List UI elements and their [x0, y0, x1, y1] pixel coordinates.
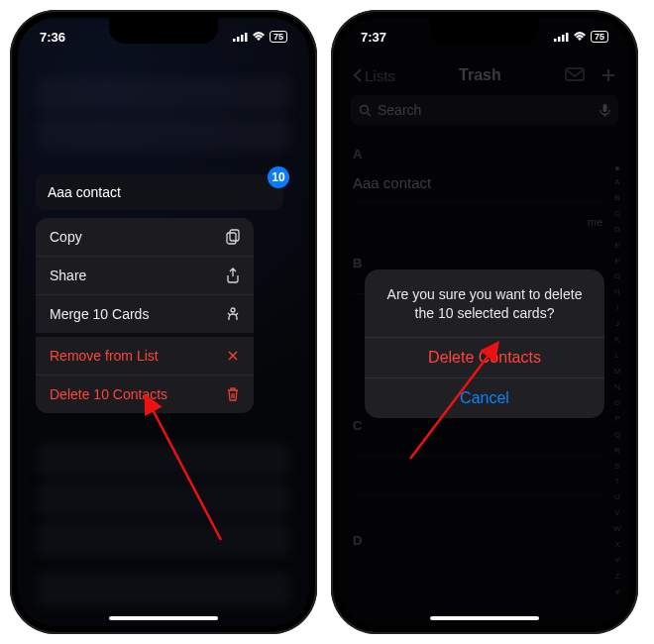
- menu-share[interactable]: Share: [36, 256, 254, 294]
- home-indicator[interactable]: [109, 616, 218, 620]
- menu-share-label: Share: [50, 268, 86, 283]
- screen-right: 7:37 75 Lists Trash Search A: [339, 18, 630, 626]
- svg-rect-9: [562, 35, 565, 42]
- selected-contact-label: Aaa contact: [48, 184, 121, 200]
- status-icons: 75: [554, 31, 608, 43]
- blur-row: [38, 117, 289, 151]
- svg-rect-8: [558, 37, 561, 42]
- menu-remove-label: Remove from List: [50, 348, 159, 364]
- blur-row: [38, 523, 289, 557]
- status-time: 7:36: [40, 30, 65, 45]
- alert-delete-button[interactable]: Delete Contacts: [365, 337, 604, 377]
- phone-left: 7:36 75 Aaa contact 10 Copy Share: [10, 10, 317, 634]
- trash-icon: [226, 386, 240, 402]
- signal-icon: [233, 32, 248, 42]
- svg-rect-0: [233, 39, 236, 42]
- signal-icon: [554, 32, 569, 42]
- menu-remove-from-list[interactable]: Remove from List: [36, 333, 254, 375]
- alert-cancel-button[interactable]: Cancel: [365, 377, 604, 418]
- menu-delete-contacts[interactable]: Delete 10 Contacts: [36, 375, 254, 413]
- blur-row: [38, 77, 289, 111]
- wifi-icon: [573, 32, 587, 42]
- blur-row: [38, 573, 289, 606]
- selected-contact-pill[interactable]: Aaa contact 10: [36, 174, 283, 210]
- x-icon: [226, 349, 240, 363]
- delete-confirm-alert: Are you sure you want to delete the 10 s…: [365, 269, 604, 418]
- alert-title: Are you sure you want to delete the 10 s…: [365, 269, 604, 337]
- wifi-icon: [252, 32, 266, 42]
- svg-rect-5: [227, 233, 236, 244]
- menu-copy-label: Copy: [50, 229, 82, 245]
- svg-rect-2: [241, 35, 244, 42]
- menu-copy[interactable]: Copy: [36, 218, 254, 256]
- context-menu: Copy Share Merge 10 Cards Remove from Li…: [36, 218, 254, 413]
- share-icon: [226, 268, 240, 283]
- notch: [109, 18, 218, 44]
- status-icons: 75: [233, 31, 287, 43]
- svg-rect-7: [554, 39, 557, 42]
- blur-row: [38, 483, 289, 517]
- phone-right: 7:37 75 Lists Trash Search A: [331, 10, 638, 634]
- battery-percent: 75: [270, 31, 287, 43]
- battery-percent: 75: [591, 31, 608, 43]
- svg-rect-3: [245, 33, 248, 42]
- svg-rect-10: [566, 33, 569, 42]
- home-indicator[interactable]: [430, 616, 539, 620]
- screen-left: 7:36 75 Aaa contact 10 Copy Share: [18, 18, 309, 626]
- svg-rect-4: [230, 230, 239, 241]
- status-time: 7:37: [361, 30, 386, 45]
- svg-rect-1: [237, 37, 240, 42]
- menu-merge-label: Merge 10 Cards: [50, 306, 149, 322]
- copy-icon: [226, 229, 240, 245]
- blur-row: [38, 444, 289, 478]
- merge-icon: [226, 306, 240, 322]
- menu-delete-label: Delete 10 Contacts: [50, 386, 167, 402]
- selection-count-badge: 10: [268, 166, 289, 188]
- notch: [430, 18, 539, 44]
- svg-point-6: [231, 308, 235, 312]
- menu-merge[interactable]: Merge 10 Cards: [36, 294, 254, 333]
